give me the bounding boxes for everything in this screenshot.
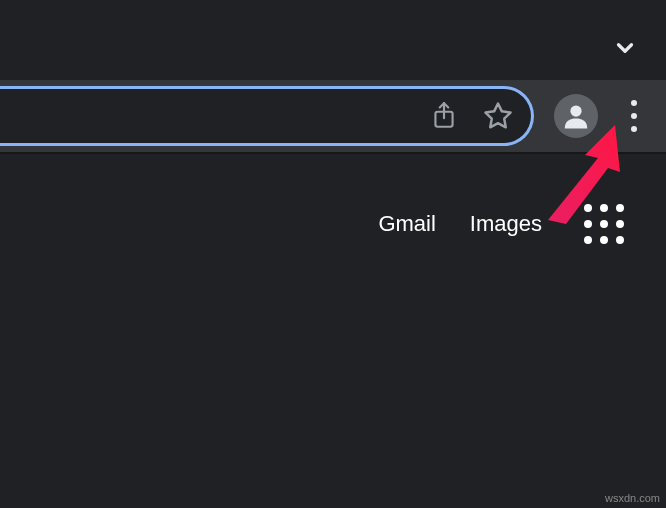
page-content: Gmail Images bbox=[0, 154, 666, 508]
star-icon bbox=[483, 101, 513, 131]
images-link[interactable]: Images bbox=[470, 211, 542, 237]
svg-marker-1 bbox=[486, 104, 511, 128]
kebab-menu-icon bbox=[631, 100, 637, 106]
svg-point-2 bbox=[570, 105, 581, 116]
tab-search-dropdown[interactable] bbox=[612, 35, 638, 65]
address-bar[interactable] bbox=[0, 86, 534, 146]
share-icon bbox=[431, 101, 457, 131]
watermark: wsxdn.com bbox=[605, 492, 660, 504]
chevron-down-icon bbox=[612, 35, 638, 61]
grid-icon bbox=[584, 204, 592, 212]
gmail-link[interactable]: Gmail bbox=[378, 211, 435, 237]
google-apps-button[interactable] bbox=[584, 204, 624, 244]
share-button[interactable] bbox=[431, 101, 457, 131]
bookmark-button[interactable] bbox=[483, 101, 513, 131]
browser-toolbar bbox=[0, 80, 666, 152]
tab-strip bbox=[0, 0, 666, 80]
profile-button[interactable] bbox=[554, 94, 598, 138]
person-icon bbox=[561, 101, 591, 131]
menu-button[interactable] bbox=[614, 96, 654, 136]
google-header-links: Gmail Images bbox=[378, 204, 624, 244]
